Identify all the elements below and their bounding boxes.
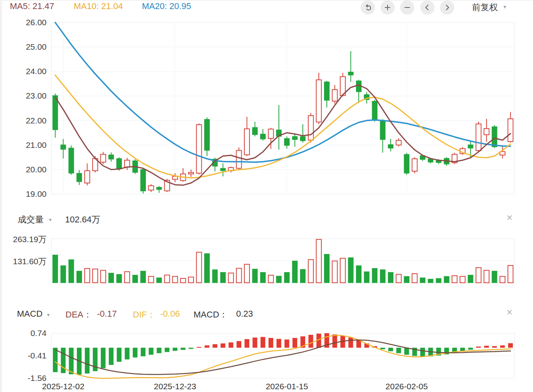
volume-bar [93, 269, 98, 283]
macd-bar [508, 343, 513, 347]
volume-bar [348, 258, 353, 283]
chart-layer[interactable]: 26.0025.0024.0023.0022.0021.0020.0019.00… [0, 0, 533, 392]
candle [300, 124, 306, 143]
candle [260, 129, 265, 140]
volume-bar [460, 276, 465, 283]
date-axis-label: 2025-12-02 [28, 382, 99, 391]
volume-bar [468, 275, 473, 283]
ma5-line [55, 85, 511, 185]
macd-bar [332, 334, 337, 348]
close-macd-panel-icon[interactable]: ✕ [506, 308, 513, 317]
macd-bar [117, 348, 121, 362]
macd-bar [133, 348, 138, 358]
volume-bar [220, 273, 226, 283]
volume-bar [444, 276, 449, 283]
macd-bar [261, 337, 265, 347]
volume-bar [157, 278, 162, 283]
macd-bar [181, 348, 185, 350]
zoom-in-icon [384, 4, 391, 11]
volume-bar [484, 271, 489, 283]
candle [157, 186, 162, 193]
candle [76, 170, 82, 185]
volume-bar [324, 254, 329, 283]
macd-bar [244, 339, 249, 348]
macd-axis-label: 0.74 [0, 329, 47, 338]
macd-bar [285, 340, 289, 348]
dif-value: -0.06 [160, 309, 180, 319]
volume-bar [364, 272, 369, 283]
macd-bar [157, 348, 161, 353]
volume-bar [316, 239, 321, 283]
macd-value: 0.23 [236, 309, 253, 319]
zoom-out-button[interactable] [400, 0, 414, 15]
macd-bar [205, 345, 209, 348]
volume-bar [108, 273, 114, 283]
candle [237, 147, 242, 170]
volume-indicator-dropdown[interactable]: 成交量 [18, 214, 44, 226]
volume-bar [117, 274, 122, 283]
macd-bar [149, 348, 153, 355]
candle [252, 122, 257, 136]
date-axis-label: 2026-01-15 [252, 382, 322, 391]
volume-bar [196, 252, 201, 283]
volume-bar [149, 276, 154, 283]
volume-bar [500, 276, 505, 283]
prev-button[interactable] [420, 0, 434, 15]
window-edge-left [0, 0, 2, 392]
dif-line [55, 335, 511, 379]
volume-bar [205, 254, 210, 283]
macd-indicator-dropdown[interactable]: MACD [17, 309, 43, 319]
macd-bar [253, 338, 257, 348]
volume-bar [372, 268, 377, 283]
adjust-type-dropdown[interactable]: 前复权 [472, 2, 498, 13]
volume-bar [292, 261, 297, 283]
volume-bar [188, 277, 194, 283]
volume-bar [53, 255, 58, 283]
price-axis-label: 26.00 [0, 18, 47, 27]
macd-bar [380, 348, 385, 349]
candle [380, 119, 385, 153]
candle [388, 139, 393, 151]
undo-button[interactable] [361, 0, 375, 15]
volume-bar [332, 261, 337, 283]
volume-bar [132, 275, 138, 283]
dea-label: DEA： [65, 309, 92, 321]
dea-line [55, 340, 511, 375]
prev-icon [424, 4, 431, 11]
candle [61, 139, 66, 159]
volume-bar [300, 269, 306, 283]
candle [452, 153, 457, 164]
volume-bar [140, 271, 145, 283]
volume-bar [420, 278, 425, 283]
volume-axis-label: 263.19万 [0, 234, 47, 245]
macd-axis-label: -0.41 [0, 351, 47, 360]
candle [220, 163, 226, 176]
candle [332, 85, 337, 103]
price-axis-label: 20.00 [0, 165, 47, 174]
next-button[interactable] [440, 0, 454, 15]
volume-bar [61, 266, 66, 283]
candle [372, 100, 377, 122]
volume-bar [125, 272, 130, 283]
macd-bar [276, 339, 281, 347]
close-volume-panel-icon[interactable]: ✕ [506, 213, 513, 222]
macd-bar [125, 348, 129, 360]
window-edge-top [0, 0, 533, 1]
candle [85, 163, 90, 185]
candle [356, 80, 361, 103]
zoom-in-button[interactable] [380, 0, 395, 15]
volume-bar [476, 268, 481, 283]
next-icon [444, 4, 451, 11]
undo-icon [364, 4, 371, 11]
candle [284, 136, 289, 149]
date-axis-label: 2026-02-05 [371, 382, 442, 391]
volume-bar [492, 271, 497, 283]
candle [188, 170, 194, 177]
candle [412, 157, 417, 173]
candle [205, 117, 210, 156]
price-axis-label: 21.00 [0, 140, 47, 150]
macd-bar [308, 335, 313, 348]
macd-bar [61, 348, 65, 373]
macd-bar [404, 348, 409, 355]
candle [244, 117, 250, 156]
